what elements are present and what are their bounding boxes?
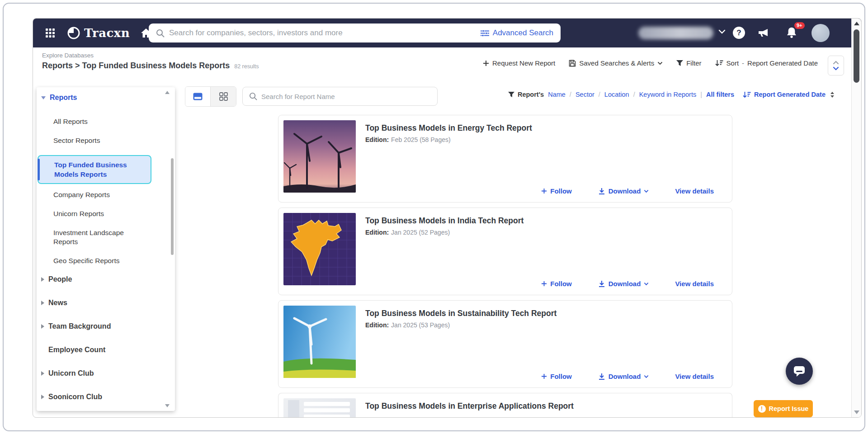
account-name-redacted[interactable] [638, 27, 713, 39]
quick-filter-row: Report's Name / Sector / Location / Keyw… [508, 91, 834, 98]
filter-button[interactable]: Filter [676, 59, 701, 67]
sort-icon [715, 60, 723, 66]
sidebar-item-label: Unicorn Club [48, 369, 94, 377]
request-new-report-button[interactable]: Request New Report [483, 59, 555, 67]
caret-right-icon [41, 324, 44, 329]
report-card: Top Business Models in Energy Tech Repor… [278, 115, 732, 203]
sidebar-scrollbar[interactable] [171, 158, 174, 255]
report-thumbnail-india-map[interactable] [283, 213, 356, 285]
apps-grid-icon[interactable] [45, 28, 56, 38]
card-view-button[interactable] [185, 87, 211, 106]
edition-value: Jan 2025 (53 Pages) [391, 321, 450, 329]
sidebar-item-all-reports[interactable]: All Reports [37, 117, 175, 126]
sidebar-item-label: Reports [50, 94, 77, 102]
sidebar: Reports All Reports Sector Reports Top F… [37, 87, 175, 411]
global-search-input[interactable] [169, 28, 481, 38]
help-icon[interactable]: ? [733, 27, 745, 39]
saved-searches-button[interactable]: Saved Searches & Alerts [569, 59, 663, 67]
separator: / [570, 91, 571, 98]
tracxn-logo-text: Tracxn [84, 26, 130, 40]
report-card-actions: Follow Download View details [541, 187, 714, 195]
sidebar-item-employee-count[interactable]: Employee Count [37, 346, 175, 354]
chevron-down-icon [644, 282, 649, 286]
search-icon [249, 92, 257, 100]
follow-label: Follow [550, 187, 572, 195]
caret-spacer [41, 349, 44, 352]
sidebar-item-people[interactable]: People [37, 275, 175, 283]
sort-icon [743, 91, 751, 98]
follow-button[interactable]: Follow [541, 187, 572, 195]
breadcrumb[interactable]: Explore Databases [42, 52, 94, 59]
sort-by-control[interactable]: Report Generated Date [743, 91, 826, 98]
follow-button[interactable]: Follow [541, 280, 572, 288]
download-button[interactable]: Download [598, 187, 649, 195]
chevron-down-icon [644, 375, 649, 378]
filter-link-location[interactable]: Location [604, 91, 629, 98]
download-label: Download [609, 280, 641, 288]
filter-link-sector[interactable]: Sector [576, 91, 594, 98]
report-title: Top Business Models in Energy Tech Repor… [365, 123, 532, 133]
scroll-up-icon[interactable] [854, 22, 859, 25]
sidebar-item-reports[interactable]: Reports [37, 94, 175, 102]
chat-widget-button[interactable] [786, 358, 813, 385]
page-scrollbar[interactable] [851, 19, 861, 417]
report-card: Top Business Models in Sustainability Te… [278, 300, 732, 388]
results-count: 82 results [234, 63, 259, 70]
sort-asc-icon [830, 92, 834, 94]
all-filters-link[interactable]: All filters [706, 91, 734, 98]
announcements-megaphone-icon[interactable] [758, 28, 769, 38]
report-thumbnail-dashboard-screenshot[interactable] [283, 398, 356, 418]
sidebar-scroll-up-icon[interactable] [165, 91, 170, 94]
report-issue-button[interactable]: ! Report Issue [754, 400, 813, 417]
sidebar-item-unicorn-club[interactable]: Unicorn Club [37, 369, 175, 377]
issue-alert-icon: ! [758, 405, 766, 413]
sidebar-item-top-funded-business-models-reports[interactable]: Top Funded Business Models Reports [38, 155, 151, 184]
report-thumbnail-wind-turbine-field[interactable] [283, 306, 356, 378]
card-view-icon [193, 93, 203, 100]
sidebar-scroll-down-icon[interactable] [165, 404, 170, 407]
chevron-up-icon[interactable] [833, 61, 839, 65]
sidebar-item-soonicorn-club[interactable]: Soonicorn Club [37, 393, 175, 401]
download-button[interactable]: Download [598, 280, 649, 288]
scroll-down-icon[interactable] [854, 410, 859, 414]
account-chevron-down-icon[interactable] [718, 29, 726, 34]
view-details-button[interactable]: View details [675, 187, 714, 195]
edition-value: Jan 2025 (52 Pages) [391, 229, 450, 236]
tracxn-logo[interactable]: Tracxn [67, 26, 130, 40]
download-icon [598, 188, 605, 195]
follow-button[interactable]: Follow [541, 373, 572, 380]
sidebar-item-unicorn-reports[interactable]: Unicorn Reports [37, 209, 175, 218]
filter-link-name[interactable]: Name [548, 91, 566, 98]
filter-prefix: Report's [508, 91, 544, 98]
advanced-search-label: Advanced Search [493, 28, 553, 38]
report-title: Top Business Models in Sustainability Te… [365, 309, 557, 318]
sort-label: Sort [726, 59, 739, 67]
user-avatar[interactable] [811, 24, 830, 42]
saved-searches-label: Saved Searches & Alerts [579, 59, 654, 67]
sidebar-item-investment-landscape-reports[interactable]: Investment Landscape Reports [37, 228, 141, 246]
sidebar-item-company-reports[interactable]: Company Reports [37, 190, 175, 199]
sidebar-item-geo-specific-reports[interactable]: Geo Specific Reports [37, 256, 175, 265]
report-thumbnail-wind-turbines-sunset[interactable] [283, 120, 356, 193]
report-search-bar [242, 87, 438, 106]
download-button[interactable]: Download [598, 373, 649, 380]
filter-link-keyword-in-reports[interactable]: Keyword in Reports [639, 91, 697, 98]
scrollbar-thumb[interactable] [854, 29, 859, 83]
report-card-actions: Follow Download View details [541, 280, 714, 288]
sidebar-item-news[interactable]: News [37, 299, 175, 307]
view-details-button[interactable]: View details [675, 373, 714, 380]
sidebar-item-sector-reports[interactable]: Sector Reports [37, 136, 175, 145]
chevron-down-icon[interactable] [833, 66, 839, 71]
sort-direction-spinner[interactable] [830, 92, 834, 98]
grid-view-button[interactable] [211, 87, 236, 106]
notifications-bell-icon[interactable] [786, 27, 797, 38]
sidebar-item-team-background[interactable]: Team Background [37, 322, 175, 330]
view-details-button[interactable]: View details [675, 280, 714, 288]
report-search-input[interactable] [261, 93, 431, 100]
advanced-search-button[interactable]: Advanced Search [481, 28, 553, 38]
sort-dash: - [742, 59, 744, 67]
sort-control[interactable]: Sort - Report Generated Date [715, 59, 818, 67]
caret-right-icon [41, 301, 44, 305]
help-glyph: ? [736, 28, 741, 38]
app-window: Tracxn Advanced Search ? [33, 18, 862, 418]
